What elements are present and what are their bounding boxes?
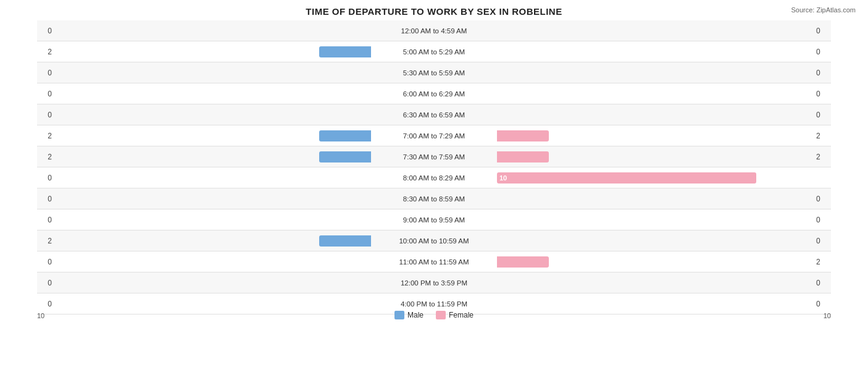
bars-section: 8:30 AM to 8:59 AM — [56, 188, 812, 209]
right-value: 0 — [812, 216, 831, 224]
left-value: 2 — [37, 237, 56, 245]
left-bars — [56, 24, 372, 38]
bars-section: 9:00 AM to 9:59 AM — [56, 209, 812, 230]
bars-section: 6:30 AM to 6:59 AM — [56, 104, 812, 125]
right-value: 2 — [812, 258, 831, 266]
left-bars — [56, 66, 372, 80]
legend-female: Female — [436, 311, 474, 319]
bar-end-value: 10 — [497, 174, 509, 182]
time-label: 5:00 AM to 5:29 AM — [372, 48, 496, 56]
left-bars — [56, 171, 372, 185]
left-value: 0 — [37, 90, 56, 98]
left-value: 0 — [37, 279, 56, 287]
bar-female: 10 — [497, 172, 756, 184]
chart-title: TIME OF DEPARTURE TO WORK BY SEX IN ROBE… — [12, 6, 856, 17]
time-label: 9:00 AM to 9:59 AM — [372, 216, 496, 224]
axis-left-label: 10 — [37, 312, 44, 319]
left-value: 0 — [37, 216, 56, 224]
time-label: 12:00 AM to 4:59 AM — [372, 27, 496, 35]
left-value: 0 — [37, 69, 56, 77]
right-bars — [496, 87, 812, 101]
bar-female — [497, 256, 549, 268]
bar-male — [319, 235, 371, 247]
time-label: 6:00 AM to 6:29 AM — [372, 90, 496, 98]
right-value: 0 — [812, 195, 831, 203]
bars-section: 5:00 AM to 5:29 AM — [56, 41, 812, 62]
legend-male-box — [394, 311, 404, 319]
right-bars — [496, 150, 812, 164]
time-label: 5:30 AM to 5:59 AM — [372, 69, 496, 77]
time-label: 7:00 AM to 7:29 AM — [372, 132, 496, 140]
right-bars — [496, 276, 812, 290]
right-bars — [496, 213, 812, 227]
right-value: 2 — [812, 132, 831, 140]
right-bars — [496, 192, 812, 206]
right-bars — [496, 66, 812, 80]
right-value: 0 — [812, 90, 831, 98]
left-bars — [56, 192, 372, 206]
right-value: 0 — [812, 111, 831, 119]
table-row: 0 12:00 PM to 3:59 PM 0 — [37, 272, 831, 293]
table-row: 0 12:00 AM to 4:59 AM 0 — [37, 20, 831, 41]
bars-section: 12:00 AM to 4:59 AM — [56, 20, 812, 41]
table-row: 2 10:00 AM to 10:59 AM 0 — [37, 230, 831, 251]
bars-section: 11:00 AM to 11:59 AM — [56, 251, 812, 272]
axis-bottom: 10 Male Female 10 — [37, 312, 831, 319]
bars-section: 7:30 AM to 7:59 AM — [56, 146, 812, 167]
table-row: 2 5:00 AM to 5:29 AM 0 — [37, 41, 831, 62]
right-bars — [496, 24, 812, 38]
left-value: 0 — [37, 300, 56, 308]
left-bars — [56, 276, 372, 290]
left-bars — [56, 108, 372, 122]
legend: Male Female — [394, 311, 474, 319]
left-value: 0 — [37, 195, 56, 203]
time-label: 6:30 AM to 6:59 AM — [372, 111, 496, 119]
table-row: 2 7:00 AM to 7:29 AM 2 — [37, 125, 831, 146]
bars-section: 7:00 AM to 7:29 AM — [56, 125, 812, 146]
bars-section: 6:00 AM to 6:29 AM — [56, 83, 812, 104]
right-bars — [496, 255, 812, 269]
legend-male: Male — [394, 311, 424, 319]
left-bars — [56, 213, 372, 227]
left-value: 0 — [37, 258, 56, 266]
right-bars — [496, 234, 812, 248]
time-label: 8:30 AM to 8:59 AM — [372, 195, 496, 203]
right-value: 0 — [812, 27, 831, 35]
legend-female-label: Female — [449, 311, 474, 319]
time-label: 10:00 AM to 10:59 AM — [372, 237, 496, 245]
legend-female-box — [436, 311, 446, 319]
bar-female — [497, 130, 549, 141]
table-row: 0 5:30 AM to 5:59 AM 0 — [37, 62, 831, 83]
right-bars — [496, 297, 812, 311]
bars-section: 12:00 PM to 3:59 PM — [56, 272, 812, 293]
right-value: 0 — [812, 300, 831, 308]
chart-area: 0 12:00 AM to 4:59 AM 0 2 5:00 AM to 5:2… — [12, 20, 856, 319]
table-row: 0 9:00 AM to 9:59 AM 0 — [37, 209, 831, 230]
left-bars — [56, 45, 372, 59]
right-value: 2 — [812, 153, 831, 161]
left-bars — [56, 150, 372, 164]
table-row: 0 11:00 AM to 11:59 AM 2 — [37, 251, 831, 272]
right-value: 0 — [812, 69, 831, 77]
left-bars — [56, 87, 372, 101]
source-text: Source: ZipAtlas.com — [791, 6, 856, 14]
right-value: 0 — [812, 237, 831, 245]
bar-male — [319, 130, 371, 141]
bar-female — [497, 151, 549, 162]
right-bars: 10 — [496, 171, 812, 185]
legend-male-label: Male — [407, 311, 424, 319]
time-label: 8:00 AM to 8:29 AM — [372, 174, 496, 182]
left-value: 2 — [37, 132, 56, 140]
left-value: 0 — [37, 111, 56, 119]
bars-section: 8:00 AM to 8:29 AM 10 — [56, 167, 812, 188]
bars-section: 10:00 AM to 10:59 AM — [56, 230, 812, 251]
right-value: 0 — [812, 48, 831, 56]
left-value: 0 — [37, 174, 56, 182]
table-row: 0 8:00 AM to 8:29 AM 10 — [37, 167, 831, 188]
axis-right-label: 10 — [824, 312, 831, 319]
time-label: 12:00 PM to 3:59 PM — [372, 279, 496, 287]
time-label: 11:00 AM to 11:59 AM — [372, 258, 496, 266]
left-value: 2 — [37, 153, 56, 161]
left-bars — [56, 297, 372, 311]
right-bars — [496, 129, 812, 143]
